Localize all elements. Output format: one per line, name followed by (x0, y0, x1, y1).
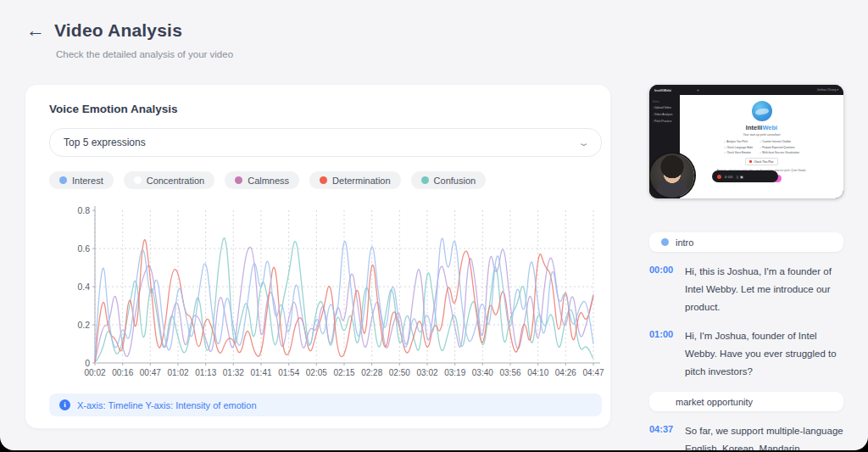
x-tick-label: 04:47 (582, 368, 604, 377)
message-text: Hi, this is Joshua, I'm a founder of Int… (685, 263, 843, 316)
x-tick-label: 04:26 (555, 368, 576, 377)
legend-chip-determination[interactable]: Determination (309, 171, 400, 189)
x-tick-label: 02:15 (333, 368, 354, 377)
legend-label: Confusion (434, 176, 476, 186)
legend-chip-interest[interactable]: Interest (49, 171, 114, 189)
x-tick-label: 03:56 (499, 368, 520, 377)
section-chip-label: market opportunity (676, 397, 753, 407)
x-tick-label: 03:40 (472, 368, 493, 377)
thumb-feature-item: Analyze Your Pitch (724, 140, 753, 143)
legend-chip-concentration[interactable]: Concentration (124, 171, 215, 189)
legend-label: Determination (332, 176, 390, 186)
message-timestamp[interactable]: 01:00 (649, 327, 683, 381)
thumb-recorder-bar: 0:00 ▯ ▣ (712, 170, 778, 182)
thumb-feature-item: Check Voice Emotion (724, 151, 753, 154)
emotion-chart-svg: 00:0200:1600:4701:0201:1301:3201:4101:54… (66, 204, 609, 377)
right-panel: IntelliWebi + Joshua Chung ▾ Home Upload… (649, 85, 843, 450)
message-text: So far, we support multiple-language Eng… (685, 422, 843, 450)
transcript-message: 01:00Hi, I'm Joshua, founder of Intel We… (649, 327, 843, 381)
thumb-app-topbar: IntelliWebi + Joshua Chung ▾ (649, 85, 843, 95)
intelliwebi-logo-icon (752, 101, 772, 121)
thumb-nav-items: Upload VideoVideo AnalysisPitch Practice (653, 106, 676, 123)
x-tick-label: 03:19 (444, 368, 465, 377)
x-tick-label: 00:16 (112, 368, 133, 377)
video-thumbnail[interactable]: IntelliWebi + Joshua Chung ▾ Home Upload… (649, 85, 843, 198)
thumb-app-name: IntelliWebi (654, 88, 671, 92)
emotion-line-chart: 00:0200:1600:4701:0201:1301:3201:4101:54… (66, 204, 609, 377)
section-chip-label: intro (676, 237, 693, 248)
video-analysis-page: ← Video Analysis Check the detailed anal… (0, 0, 868, 450)
recorder-time: 0:00 (725, 175, 733, 179)
section-dot-icon (661, 398, 669, 405)
emotion-legend: InterestConcentrationCalmnessDeterminati… (49, 171, 486, 189)
page-subtitle: Check the detailed analysis of your vide… (56, 49, 233, 59)
thumb-nav-item: Upload Video (653, 106, 676, 109)
transcript-message: 00:00Hi, this is Joshua, I'm a founder o… (649, 263, 843, 316)
thumb-feature-item: Check Language Habit (724, 146, 753, 149)
legend-chip-confusion[interactable]: Confusion (411, 171, 487, 189)
thumb-feature-item: Prepare Expected Questions (760, 146, 799, 149)
legend-dot-icon (235, 176, 242, 184)
chevron-down-icon: ⌄ (577, 137, 590, 148)
dropdown-selected-value: Top 5 expressions (64, 137, 580, 148)
message-text: Hi, I'm Joshua, founder of Intel Webby. … (685, 327, 843, 381)
transcript-message: 04:37So far, we support multiple-languag… (649, 422, 843, 450)
thumb-app-content: IntelliWebi Your start-up pitch consulta… (680, 95, 843, 198)
thumb-nav-item: Pitch Practice (653, 120, 676, 123)
transcript-section-chip[interactable]: intro (649, 232, 843, 252)
x-tick-label: 01:54 (278, 368, 299, 377)
transcript-panel: intro00:00Hi, this is Joshua, I'm a foun… (649, 232, 843, 450)
legend-chip-calmness[interactable]: Calmness (225, 171, 299, 189)
message-timestamp[interactable]: 04:37 (649, 422, 683, 450)
y-tick-label: 0.2 (77, 320, 90, 330)
legend-dot-icon (421, 176, 429, 184)
legend-dot-icon (320, 176, 327, 184)
webcam-avatar (650, 153, 694, 198)
message-timestamp[interactable]: 00:00 (649, 263, 683, 316)
thumb-feature-list: Analyze Your PitchCheck Language HabitCh… (724, 140, 799, 154)
x-tick-label: 01:02 (167, 368, 188, 377)
recorder-controls-icons: ▯ ▣ (737, 175, 744, 179)
back-button[interactable]: ← (24, 19, 47, 42)
x-tick-label: 00:47 (140, 368, 161, 377)
expressions-dropdown[interactable]: Top 5 expressions ⌄ (49, 128, 602, 157)
legend-dot-icon (59, 176, 67, 184)
thumb-hero-subtitle: Your start-up pitch consultant (743, 133, 781, 137)
y-tick-label: 0.6 (77, 243, 90, 254)
axis-info-text: X-axis: Timeline Y-axis: Intensity of em… (77, 400, 257, 410)
y-tick-label: 0 (85, 358, 90, 368)
x-tick-label: 02:05 (306, 368, 327, 377)
y-tick-label: 0.8 (77, 205, 90, 215)
thumb-feature-item: Counter Investor Chatbot (760, 140, 799, 143)
thumb-feature-item: Multi-facet Success Visualization (760, 151, 799, 154)
section-dot-icon (661, 238, 669, 246)
legend-dot-icon (134, 176, 142, 184)
legend-label: Interest (72, 176, 103, 186)
transcript-section-chip[interactable]: market opportunity (649, 392, 843, 411)
x-tick-label: 02:50 (389, 368, 410, 377)
x-tick-label: 00:02 (84, 368, 105, 377)
x-tick-label: 01:13 (195, 368, 216, 377)
thumb-hero-title: IntelliWebi (746, 124, 777, 131)
y-tick-label: 0.4 (77, 282, 90, 292)
thumb-nav-item: Video Analysis (653, 113, 676, 116)
legend-label: Concentration (147, 176, 205, 186)
x-tick-label: 04:10 (527, 368, 548, 377)
page-title: Video Analysis (54, 20, 182, 41)
x-tick-label: 03:02 (416, 368, 437, 377)
x-tick-label: 02:28 (361, 368, 382, 377)
thumb-nav-section: Home (653, 100, 676, 103)
x-tick-label: 01:41 (250, 368, 271, 377)
card-heading: Voice Emotion Analysis (49, 103, 178, 115)
info-icon: i (59, 399, 70, 410)
thumb-plan-button: Check This Plan (745, 158, 777, 165)
legend-label: Calmness (248, 176, 289, 186)
axis-info-banner: i X-axis: Timeline Y-axis: Intensity of … (49, 393, 602, 416)
x-tick-label: 01:32 (223, 368, 244, 377)
thumb-user-menu: Joshua Chung ▾ (817, 88, 838, 92)
record-icon (717, 175, 721, 179)
thumb-plus-icon: + (697, 87, 699, 92)
